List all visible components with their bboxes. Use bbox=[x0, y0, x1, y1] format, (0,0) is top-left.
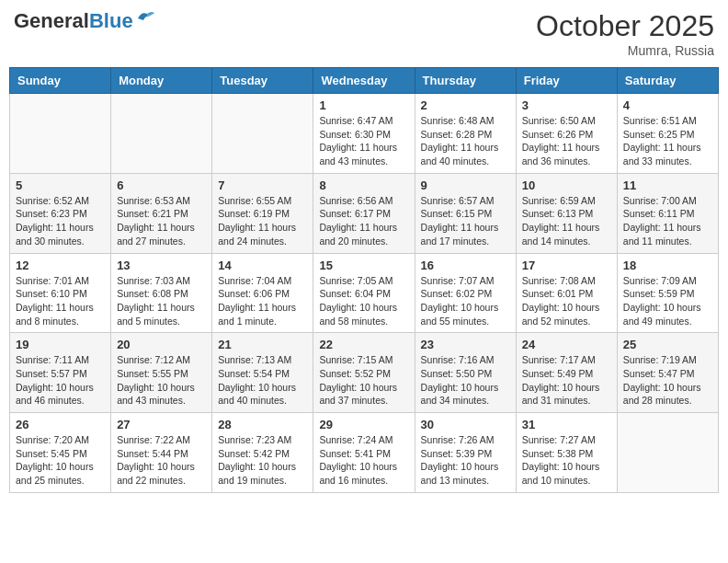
day-info: Sunrise: 7:07 AM Sunset: 6:02 PM Dayligh… bbox=[421, 274, 510, 328]
day-number: 5 bbox=[16, 178, 105, 192]
day-info: Sunrise: 6:51 AM Sunset: 6:25 PM Dayligh… bbox=[623, 114, 712, 168]
day-info: Sunrise: 6:59 AM Sunset: 6:13 PM Dayligh… bbox=[522, 194, 611, 248]
day-info: Sunrise: 7:05 AM Sunset: 6:04 PM Dayligh… bbox=[319, 274, 408, 328]
calendar-cell bbox=[212, 94, 313, 174]
calendar-cell: 28Sunrise: 7:23 AM Sunset: 5:42 PM Dayli… bbox=[212, 413, 313, 493]
day-info: Sunrise: 7:03 AM Sunset: 6:08 PM Dayligh… bbox=[117, 274, 206, 328]
col-header-tuesday: Tuesday bbox=[212, 68, 313, 94]
calendar-week-3: 12Sunrise: 7:01 AM Sunset: 6:10 PM Dayli… bbox=[10, 253, 719, 333]
day-number: 16 bbox=[421, 259, 510, 272]
calendar-cell: 25Sunrise: 7:19 AM Sunset: 5:47 PM Dayli… bbox=[617, 333, 718, 413]
col-header-friday: Friday bbox=[516, 68, 617, 94]
col-header-wednesday: Wednesday bbox=[313, 68, 415, 94]
calendar-cell: 15Sunrise: 7:05 AM Sunset: 6:04 PM Dayli… bbox=[313, 253, 415, 333]
calendar-cell: 2Sunrise: 6:48 AM Sunset: 6:28 PM Daylig… bbox=[415, 94, 516, 174]
day-number: 12 bbox=[16, 259, 105, 272]
day-info: Sunrise: 7:13 AM Sunset: 5:54 PM Dayligh… bbox=[218, 353, 307, 408]
day-info: Sunrise: 6:56 AM Sunset: 6:17 PM Dayligh… bbox=[319, 194, 408, 248]
day-number: 27 bbox=[117, 418, 206, 431]
calendar-cell: 5Sunrise: 6:52 AM Sunset: 6:23 PM Daylig… bbox=[10, 173, 111, 253]
calendar-cell: 16Sunrise: 7:07 AM Sunset: 6:02 PM Dayli… bbox=[415, 253, 516, 333]
day-info: Sunrise: 7:11 AM Sunset: 5:57 PM Dayligh… bbox=[16, 353, 105, 408]
calendar-cell: 11Sunrise: 7:00 AM Sunset: 6:11 PM Dayli… bbox=[617, 173, 718, 253]
logo: GeneralBlue bbox=[14, 9, 156, 33]
day-info: Sunrise: 7:27 AM Sunset: 5:38 PM Dayligh… bbox=[522, 433, 611, 488]
day-info: Sunrise: 6:53 AM Sunset: 6:21 PM Dayligh… bbox=[117, 194, 206, 248]
day-info: Sunrise: 7:04 AM Sunset: 6:06 PM Dayligh… bbox=[218, 274, 307, 328]
day-number: 26 bbox=[16, 418, 105, 431]
day-number: 29 bbox=[319, 418, 408, 431]
calendar-cell bbox=[111, 94, 212, 174]
calendar-cell bbox=[617, 413, 718, 493]
calendar-cell: 18Sunrise: 7:09 AM Sunset: 5:59 PM Dayli… bbox=[617, 253, 718, 333]
day-number: 10 bbox=[522, 178, 611, 192]
day-info: Sunrise: 7:26 AM Sunset: 5:39 PM Dayligh… bbox=[421, 433, 510, 488]
calendar-header-row: SundayMondayTuesdayWednesdayThursdayFrid… bbox=[10, 68, 719, 94]
bird-icon bbox=[136, 9, 156, 26]
day-number: 17 bbox=[522, 259, 611, 272]
day-info: Sunrise: 7:22 AM Sunset: 5:44 PM Dayligh… bbox=[117, 433, 206, 488]
calendar-cell: 1Sunrise: 6:47 AM Sunset: 6:30 PM Daylig… bbox=[313, 94, 415, 174]
calendar-cell: 31Sunrise: 7:27 AM Sunset: 5:38 PM Dayli… bbox=[516, 413, 617, 493]
day-number: 31 bbox=[522, 418, 611, 431]
calendar-cell: 23Sunrise: 7:16 AM Sunset: 5:50 PM Dayli… bbox=[415, 333, 516, 413]
day-number: 6 bbox=[117, 178, 206, 192]
day-number: 4 bbox=[623, 98, 712, 112]
calendar-week-4: 19Sunrise: 7:11 AM Sunset: 5:57 PM Dayli… bbox=[10, 333, 719, 413]
calendar-week-2: 5Sunrise: 6:52 AM Sunset: 6:23 PM Daylig… bbox=[10, 173, 719, 253]
day-number: 7 bbox=[218, 178, 307, 192]
location: Mumra, Russia bbox=[536, 43, 714, 58]
col-header-saturday: Saturday bbox=[617, 68, 718, 94]
day-number: 15 bbox=[319, 259, 408, 272]
day-info: Sunrise: 7:01 AM Sunset: 6:10 PM Dayligh… bbox=[16, 274, 105, 328]
calendar-cell: 22Sunrise: 7:15 AM Sunset: 5:52 PM Dayli… bbox=[313, 333, 415, 413]
day-number: 13 bbox=[117, 259, 206, 272]
day-info: Sunrise: 6:50 AM Sunset: 6:26 PM Dayligh… bbox=[522, 114, 611, 168]
calendar-cell: 13Sunrise: 7:03 AM Sunset: 6:08 PM Dayli… bbox=[111, 253, 212, 333]
page-header: GeneralBlue October 2025 Mumra, Russia bbox=[9, 9, 719, 58]
day-info: Sunrise: 7:00 AM Sunset: 6:11 PM Dayligh… bbox=[623, 194, 712, 248]
day-number: 3 bbox=[522, 98, 611, 112]
calendar-cell: 14Sunrise: 7:04 AM Sunset: 6:06 PM Dayli… bbox=[212, 253, 313, 333]
day-info: Sunrise: 7:23 AM Sunset: 5:42 PM Dayligh… bbox=[218, 433, 307, 488]
day-number: 30 bbox=[421, 418, 510, 431]
calendar-cell: 10Sunrise: 6:59 AM Sunset: 6:13 PM Dayli… bbox=[516, 173, 617, 253]
col-header-monday: Monday bbox=[111, 68, 212, 94]
calendar-cell: 24Sunrise: 7:17 AM Sunset: 5:49 PM Dayli… bbox=[516, 333, 617, 413]
month-title: October 2025 bbox=[536, 9, 714, 43]
day-number: 8 bbox=[319, 178, 408, 192]
col-header-sunday: Sunday bbox=[10, 68, 111, 94]
day-info: Sunrise: 6:55 AM Sunset: 6:19 PM Dayligh… bbox=[218, 194, 307, 248]
calendar-cell: 19Sunrise: 7:11 AM Sunset: 5:57 PM Dayli… bbox=[10, 333, 111, 413]
calendar-cell: 27Sunrise: 7:22 AM Sunset: 5:44 PM Dayli… bbox=[111, 413, 212, 493]
day-info: Sunrise: 7:08 AM Sunset: 6:01 PM Dayligh… bbox=[522, 274, 611, 328]
calendar-table: SundayMondayTuesdayWednesdayThursdayFrid… bbox=[9, 67, 719, 493]
calendar-cell: 20Sunrise: 7:12 AM Sunset: 5:55 PM Dayli… bbox=[111, 333, 212, 413]
day-number: 21 bbox=[218, 338, 307, 351]
day-number: 20 bbox=[117, 338, 206, 351]
day-info: Sunrise: 7:17 AM Sunset: 5:49 PM Dayligh… bbox=[522, 353, 611, 408]
day-info: Sunrise: 6:57 AM Sunset: 6:15 PM Dayligh… bbox=[421, 194, 510, 248]
calendar-week-5: 26Sunrise: 7:20 AM Sunset: 5:45 PM Dayli… bbox=[10, 413, 719, 493]
calendar-cell: 30Sunrise: 7:26 AM Sunset: 5:39 PM Dayli… bbox=[415, 413, 516, 493]
logo-general: General bbox=[14, 9, 89, 32]
day-info: Sunrise: 6:52 AM Sunset: 6:23 PM Dayligh… bbox=[16, 194, 105, 248]
day-number: 24 bbox=[522, 338, 611, 351]
logo-blue: Blue bbox=[89, 9, 133, 32]
day-number: 2 bbox=[421, 98, 510, 112]
calendar-cell: 6Sunrise: 6:53 AM Sunset: 6:21 PM Daylig… bbox=[111, 173, 212, 253]
col-header-thursday: Thursday bbox=[415, 68, 516, 94]
calendar-cell: 7Sunrise: 6:55 AM Sunset: 6:19 PM Daylig… bbox=[212, 173, 313, 253]
calendar-cell: 12Sunrise: 7:01 AM Sunset: 6:10 PM Dayli… bbox=[10, 253, 111, 333]
calendar-cell bbox=[10, 94, 111, 174]
day-number: 18 bbox=[623, 259, 712, 272]
day-number: 19 bbox=[16, 338, 105, 351]
day-number: 14 bbox=[218, 259, 307, 272]
calendar-cell: 3Sunrise: 6:50 AM Sunset: 6:26 PM Daylig… bbox=[516, 94, 617, 174]
logo-text: GeneralBlue bbox=[14, 9, 133, 33]
day-number: 22 bbox=[319, 338, 408, 351]
day-info: Sunrise: 7:15 AM Sunset: 5:52 PM Dayligh… bbox=[319, 353, 408, 408]
calendar-cell: 8Sunrise: 6:56 AM Sunset: 6:17 PM Daylig… bbox=[313, 173, 415, 253]
day-number: 25 bbox=[623, 338, 712, 351]
day-info: Sunrise: 7:12 AM Sunset: 5:55 PM Dayligh… bbox=[117, 353, 206, 408]
